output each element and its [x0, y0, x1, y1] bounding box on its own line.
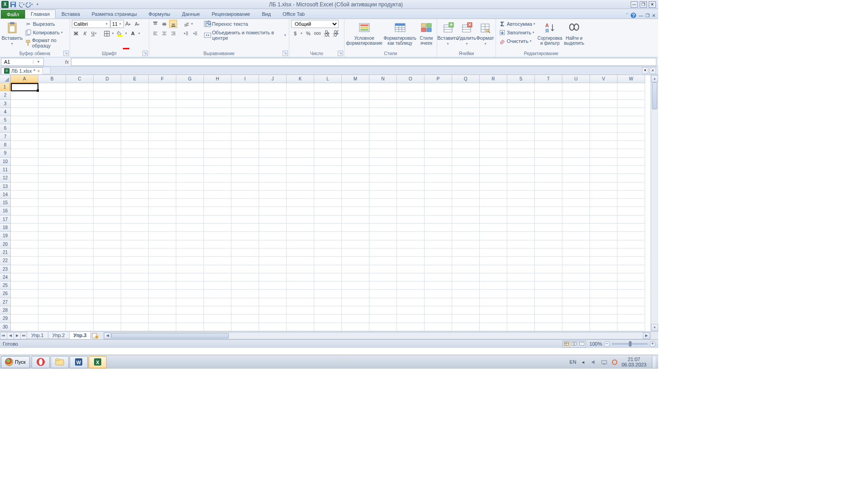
- cell[interactable]: [176, 124, 204, 132]
- cell[interactable]: [314, 83, 342, 91]
- cell[interactable]: [231, 149, 259, 157]
- row-header[interactable]: 6: [0, 124, 10, 132]
- cell[interactable]: [66, 290, 94, 298]
- cell[interactable]: [204, 141, 231, 149]
- cell[interactable]: [342, 174, 369, 182]
- grow-font-button[interactable]: A▴: [124, 20, 132, 28]
- cell[interactable]: [590, 298, 618, 306]
- fx-button[interactable]: fx: [63, 59, 71, 65]
- cell[interactable]: [149, 306, 176, 314]
- cell[interactable]: [314, 216, 342, 224]
- cell[interactable]: [11, 83, 38, 91]
- cell[interactable]: [369, 306, 397, 314]
- cell[interactable]: [590, 216, 618, 224]
- cell[interactable]: [452, 314, 480, 323]
- cell[interactable]: [480, 100, 507, 108]
- cell[interactable]: [121, 149, 149, 157]
- cell[interactable]: [204, 249, 231, 257]
- row-header[interactable]: 12: [0, 174, 10, 182]
- cell[interactable]: [149, 273, 176, 282]
- format-cells-button[interactable]: Формат▾: [476, 20, 494, 47]
- cell[interactable]: [590, 282, 618, 290]
- cell[interactable]: [94, 100, 121, 108]
- row-header[interactable]: 26: [0, 290, 10, 298]
- cell[interactable]: [66, 158, 94, 166]
- cell[interactable]: [259, 149, 287, 157]
- cell[interactable]: [562, 240, 590, 249]
- workbook-close-button[interactable]: ✕: [652, 13, 656, 18]
- align-center-button[interactable]: [160, 29, 168, 38]
- cell[interactable]: [480, 207, 507, 215]
- cell[interactable]: [259, 133, 287, 141]
- cell[interactable]: [66, 323, 94, 331]
- cell[interactable]: [314, 290, 342, 298]
- cell[interactable]: [562, 108, 590, 116]
- cell[interactable]: [452, 174, 480, 182]
- cell[interactable]: [452, 306, 480, 314]
- cell[interactable]: [94, 207, 121, 215]
- minimize-ribbon-button[interactable]: ˆ: [626, 13, 628, 18]
- cell[interactable]: [397, 116, 425, 124]
- cell[interactable]: [259, 174, 287, 182]
- doctab-close-all[interactable]: ×: [650, 67, 656, 74]
- cell[interactable]: [176, 249, 204, 257]
- row-header[interactable]: 5: [0, 116, 10, 124]
- tray-volume-icon[interactable]: [590, 359, 597, 366]
- cell[interactable]: [149, 265, 176, 273]
- cell[interactable]: [535, 216, 562, 224]
- cell[interactable]: [176, 282, 204, 290]
- cell[interactable]: [259, 249, 287, 257]
- conditional-formatting-button[interactable]: Условное форматирование: [346, 20, 382, 47]
- cell[interactable]: [11, 240, 38, 249]
- cell[interactable]: [149, 191, 176, 199]
- cell[interactable]: [618, 290, 645, 298]
- row-header[interactable]: 9: [0, 149, 10, 157]
- cell[interactable]: [287, 174, 314, 182]
- cell[interactable]: [342, 183, 369, 191]
- tab-home[interactable]: Главная: [25, 9, 56, 19]
- taskbar-explorer[interactable]: [51, 356, 69, 368]
- taskbar-word[interactable]: W: [70, 356, 88, 368]
- cell[interactable]: [149, 116, 176, 124]
- cell[interactable]: [176, 216, 204, 224]
- column-header[interactable]: U: [562, 75, 590, 83]
- cell[interactable]: [204, 83, 231, 91]
- zoom-out-button[interactable]: −: [604, 341, 610, 347]
- row-header[interactable]: 21: [0, 249, 10, 257]
- cell[interactable]: [231, 108, 259, 116]
- cell[interactable]: [121, 124, 149, 132]
- cell[interactable]: [452, 273, 480, 282]
- cell[interactable]: [231, 273, 259, 282]
- cell[interactable]: [149, 158, 176, 166]
- cell[interactable]: [342, 124, 369, 132]
- cell[interactable]: [94, 273, 121, 282]
- sheet-nav-first[interactable]: ⏮: [0, 332, 7, 339]
- cell[interactable]: [535, 116, 562, 124]
- cell[interactable]: [11, 174, 38, 182]
- cell[interactable]: [231, 224, 259, 232]
- cell[interactable]: [425, 158, 452, 166]
- tab-view[interactable]: Вид: [256, 9, 277, 19]
- wrap-text-button[interactable]: abc↵Перенос текста: [203, 20, 287, 28]
- cell[interactable]: [590, 306, 618, 314]
- cell[interactable]: [176, 207, 204, 215]
- cell[interactable]: [176, 141, 204, 149]
- cell[interactable]: [480, 306, 507, 314]
- cell[interactable]: [425, 306, 452, 314]
- decrease-decimal-button[interactable]: ,00,0: [331, 29, 340, 38]
- cell[interactable]: [314, 158, 342, 166]
- cell[interactable]: [231, 232, 259, 240]
- cell[interactable]: [618, 116, 645, 124]
- cell[interactable]: [342, 282, 369, 290]
- cell[interactable]: [507, 124, 535, 132]
- cell[interactable]: [369, 116, 397, 124]
- cell[interactable]: [369, 174, 397, 182]
- cell[interactable]: [535, 265, 562, 273]
- cell[interactable]: [287, 216, 314, 224]
- cell[interactable]: [121, 282, 149, 290]
- normal-view-button[interactable]: [562, 341, 571, 347]
- cell[interactable]: [480, 133, 507, 141]
- cell[interactable]: [425, 314, 452, 323]
- cell[interactable]: [480, 249, 507, 257]
- cell[interactable]: [369, 240, 397, 249]
